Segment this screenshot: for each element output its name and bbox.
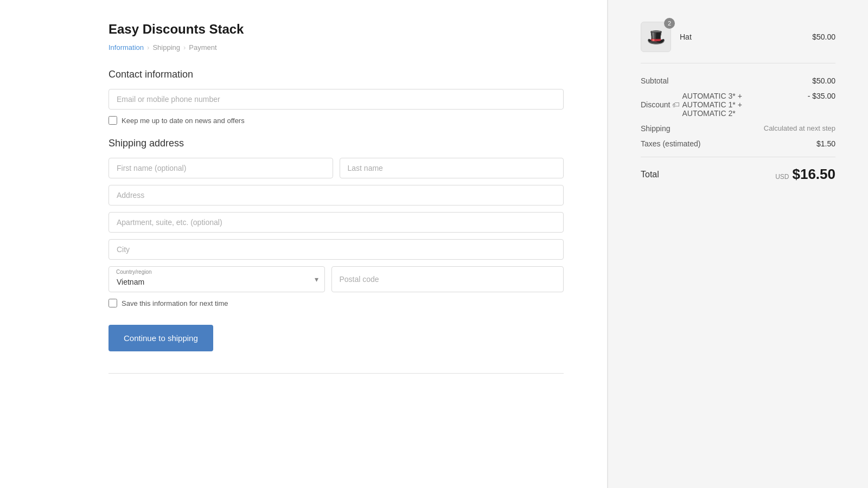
product-name: Hat — [680, 33, 803, 41]
email-input[interactable] — [108, 89, 564, 110]
total-currency: USD — [775, 173, 789, 181]
discount-label: Discount — [641, 100, 670, 109]
breadcrumb-shipping[interactable]: Shipping — [152, 43, 180, 52]
left-panel: Easy Discounts Stack Information › Shipp… — [0, 0, 608, 488]
last-name-input[interactable] — [340, 158, 564, 178]
country-postal-row: Country/region Vietnam ▾ — [108, 266, 564, 292]
address-input[interactable] — [108, 185, 564, 206]
discount-value: - $35.00 — [808, 92, 835, 100]
subtotal-label: Subtotal — [641, 76, 668, 85]
first-name-input[interactable] — [108, 158, 333, 178]
discount-info: Discount 🏷 AUTOMATIC 3* + AUTOMATIC 1* +… — [641, 92, 782, 118]
subtotal-row: Subtotal $50.00 — [641, 76, 835, 85]
city-input[interactable] — [108, 239, 564, 260]
city-group — [108, 239, 564, 260]
taxes-value: $1.50 — [816, 139, 835, 148]
product-thumbnail: 2 🎩 — [641, 22, 671, 52]
newsletter-label: Keep me up to date on news and offers — [122, 117, 245, 125]
total-value-group: USD $16.50 — [775, 166, 835, 183]
discount-row: Discount 🏷 AUTOMATIC 3* + AUTOMATIC 1* +… — [641, 92, 835, 118]
postal-input[interactable] — [331, 266, 564, 292]
order-item: 2 🎩 Hat $50.00 — [641, 22, 835, 63]
subtotal-value: $50.00 — [812, 76, 835, 85]
shipping-section-title: Shipping address — [108, 138, 564, 149]
save-info-group: Save this information for next time — [108, 299, 564, 307]
save-info-label: Save this information for next time — [122, 299, 228, 307]
breadcrumb: Information › Shipping › Payment — [108, 43, 564, 52]
breadcrumb-sep-1: › — [147, 43, 149, 52]
taxes-label: Taxes (estimated) — [641, 139, 700, 148]
breadcrumb-information[interactable]: Information — [108, 43, 144, 52]
tag-icon: 🏷 — [672, 100, 680, 109]
total-label: Total — [641, 170, 659, 179]
right-panel: 2 🎩 Hat $50.00 Subtotal $50.00 Discount … — [608, 0, 868, 488]
continue-to-shipping-button[interactable]: Continue to shipping — [108, 325, 213, 351]
total-row: Total USD $16.50 — [641, 157, 835, 183]
apartment-group — [108, 212, 564, 233]
taxes-row: Taxes (estimated) $1.50 — [641, 139, 835, 148]
shipping-label: Shipping — [641, 124, 671, 133]
email-group — [108, 89, 564, 110]
name-row — [108, 158, 564, 178]
hat-icon: 🎩 — [647, 28, 666, 46]
shipping-row: Shipping Calculated at next step — [641, 124, 835, 133]
save-info-checkbox[interactable] — [108, 299, 117, 307]
discount-tags-text: AUTOMATIC 3* + AUTOMATIC 1* + AUTOMATIC … — [682, 92, 782, 118]
product-price: $50.00 — [812, 33, 835, 41]
country-wrapper: Country/region Vietnam ▾ — [108, 266, 325, 292]
shipping-value: Calculated at next step — [764, 124, 835, 132]
store-title: Easy Discounts Stack — [108, 22, 564, 37]
contact-section-title: Contact information — [108, 69, 564, 80]
newsletter-group: Keep me up to date on news and offers — [108, 116, 564, 125]
bottom-divider — [108, 373, 564, 374]
apartment-input[interactable] — [108, 212, 564, 233]
product-quantity-badge: 2 — [664, 18, 675, 29]
address-group — [108, 185, 564, 206]
country-select[interactable]: Vietnam — [108, 266, 325, 292]
total-amount: $16.50 — [792, 166, 835, 183]
breadcrumb-payment[interactable]: Payment — [189, 43, 216, 52]
newsletter-checkbox[interactable] — [108, 116, 117, 125]
breadcrumb-sep-2: › — [183, 43, 186, 52]
